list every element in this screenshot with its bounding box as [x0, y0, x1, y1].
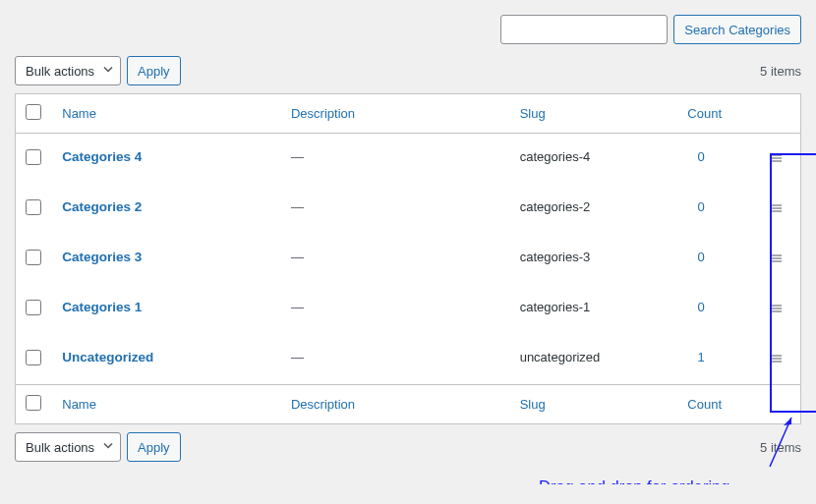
drag-handle-icon[interactable] — [768, 300, 786, 317]
table-row: Categories 3—categories-30 — [16, 234, 801, 284]
row-slug: categories-2 — [520, 199, 591, 214]
bulk-actions-label-bottom: Bulk actions — [26, 440, 94, 455]
bulk-actions-label: Bulk actions — [26, 64, 94, 79]
row-slug: categories-1 — [520, 300, 591, 314]
row-checkbox[interactable] — [26, 250, 41, 265]
row-count-link[interactable]: 0 — [697, 149, 704, 164]
row-name-link[interactable]: Categories 3 — [62, 250, 142, 264]
column-slug-bottom[interactable]: Slug — [520, 397, 546, 412]
items-count-bottom: 5 items — [760, 440, 801, 455]
row-description: — — [291, 300, 304, 314]
row-checkbox[interactable] — [26, 149, 41, 165]
row-checkbox[interactable] — [26, 300, 41, 315]
row-name-link[interactable]: Uncategorized — [62, 350, 153, 364]
column-slug[interactable]: Slug — [520, 106, 546, 121]
row-count-link[interactable]: 0 — [697, 250, 704, 264]
row-count-link[interactable]: 0 — [697, 199, 704, 214]
row-name-link[interactable]: Categories 4 — [62, 149, 142, 164]
row-slug: categories-4 — [520, 149, 591, 164]
drag-handle-icon[interactable] — [768, 350, 786, 367]
search-categories-button[interactable]: Search Categories — [673, 15, 801, 44]
table-row: Categories 2—categories-20 — [16, 184, 801, 234]
row-description: — — [291, 250, 304, 264]
bulk-actions-select-bottom[interactable]: Bulk actions — [15, 432, 121, 462]
column-count[interactable]: Count — [687, 106, 722, 121]
annotation-text: Drag and drop for ordering — [539, 477, 729, 484]
categories-table: Name Description Slug Count Categories 4… — [15, 93, 801, 424]
column-name[interactable]: Name — [62, 106, 96, 121]
chevron-down-icon — [102, 440, 114, 455]
select-all-checkbox-top[interactable] — [26, 104, 41, 120]
bulk-actions-select[interactable]: Bulk actions — [15, 56, 121, 85]
column-name-bottom[interactable]: Name — [62, 397, 96, 412]
row-slug: uncategorized — [520, 350, 601, 364]
row-slug: categories-3 — [520, 250, 591, 264]
drag-handle-icon[interactable] — [768, 199, 786, 217]
row-name-link[interactable]: Categories 2 — [62, 199, 142, 214]
drag-handle-icon[interactable] — [768, 149, 786, 167]
column-description[interactable]: Description — [291, 106, 355, 121]
row-description: — — [291, 350, 304, 364]
row-checkbox[interactable] — [26, 350, 41, 365]
row-description: — — [291, 199, 304, 214]
chevron-down-icon — [102, 64, 114, 79]
select-all-checkbox-bottom[interactable] — [26, 395, 41, 411]
apply-button-top[interactable]: Apply — [127, 56, 181, 85]
table-row: Categories 1—categories-10 — [16, 284, 801, 334]
row-count-link[interactable]: 0 — [697, 300, 704, 314]
row-name-link[interactable]: Categories 1 — [62, 300, 142, 314]
apply-button-bottom[interactable]: Apply — [127, 432, 181, 462]
search-input[interactable] — [500, 15, 668, 44]
items-count-top: 5 items — [760, 64, 801, 79]
table-row: Categories 4—categories-40 — [16, 134, 801, 185]
column-count-bottom[interactable]: Count — [687, 397, 722, 412]
table-row: Uncategorized—uncategorized1 — [16, 334, 801, 385]
row-count-link[interactable]: 1 — [697, 350, 704, 364]
drag-handle-icon[interactable] — [768, 250, 786, 267]
column-description-bottom[interactable]: Description — [291, 397, 355, 412]
row-checkbox[interactable] — [26, 199, 41, 215]
row-description: — — [291, 149, 304, 164]
